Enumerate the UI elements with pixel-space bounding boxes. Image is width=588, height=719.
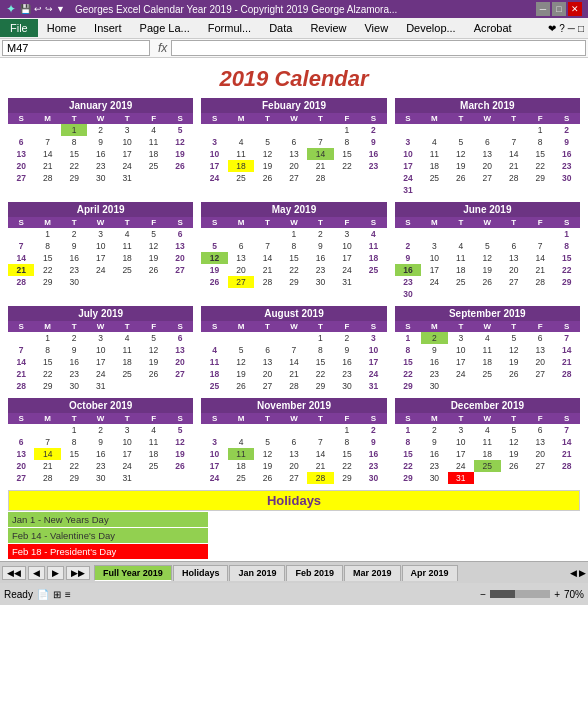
cell-reference[interactable] (2, 40, 150, 56)
calendar-day[interactable]: 31 (448, 472, 474, 484)
close-btn[interactable]: ✕ (568, 2, 582, 16)
calendar-day[interactable]: 1 (334, 424, 360, 436)
calendar-day[interactable]: 15 (334, 448, 360, 460)
calendar-day[interactable]: 20 (281, 160, 307, 172)
calendar-day[interactable]: 23 (360, 460, 387, 472)
calendar-day[interactable]: 28 (8, 276, 34, 288)
calendar-day[interactable]: 13 (281, 148, 307, 160)
calendar-day[interactable]: 5 (448, 136, 474, 148)
calendar-day[interactable]: 8 (527, 136, 553, 148)
calendar-day[interactable]: 18 (474, 448, 500, 460)
calendar-day[interactable]: 29 (395, 380, 421, 392)
calendar-day[interactable]: 14 (307, 448, 333, 460)
calendar-day[interactable]: 7 (34, 136, 60, 148)
sheet-nav-first[interactable]: ◀◀ (2, 566, 26, 580)
calendar-day[interactable]: 22 (334, 460, 360, 472)
sheet-tab-3[interactable]: Feb 2019 (286, 565, 343, 581)
page-layout-icon[interactable]: 📄 (37, 589, 49, 600)
calendar-day[interactable]: 5 (140, 332, 166, 344)
calendar-day[interactable]: 22 (527, 160, 553, 172)
calendar-day[interactable]: 26 (140, 368, 166, 380)
calendar-day[interactable]: 9 (87, 436, 113, 448)
calendar-day[interactable]: 29 (527, 172, 553, 184)
calendar-day[interactable]: 24 (201, 172, 227, 184)
calendar-day[interactable]: 1 (527, 124, 553, 136)
calendar-day[interactable]: 26 (254, 472, 280, 484)
calendar-day[interactable]: 10 (87, 344, 113, 356)
calendar-day[interactable]: 22 (61, 460, 87, 472)
calendar-day[interactable]: 30 (553, 172, 580, 184)
calendar-day[interactable]: 1 (307, 332, 333, 344)
calendar-day[interactable]: 4 (474, 332, 500, 344)
calendar-day[interactable]: 10 (448, 344, 474, 356)
calendar-day[interactable]: 30 (360, 472, 387, 484)
calendar-day[interactable]: 25 (228, 172, 254, 184)
calendar-day[interactable]: 10 (448, 436, 474, 448)
view-icon[interactable]: ⊞ (53, 589, 61, 600)
calendar-day[interactable]: 20 (8, 460, 34, 472)
calendar-day[interactable]: 15 (281, 252, 307, 264)
calendar-day[interactable]: 21 (281, 368, 307, 380)
calendar-day[interactable]: 27 (254, 380, 280, 392)
calendar-day[interactable]: 24 (87, 368, 113, 380)
calendar-day[interactable]: 4 (140, 124, 166, 136)
calendar-day[interactable]: 23 (307, 264, 333, 276)
calendar-day[interactable]: 23 (87, 160, 113, 172)
calendar-day[interactable]: 2 (87, 124, 113, 136)
calendar-day[interactable]: 8 (553, 240, 580, 252)
calendar-day[interactable]: 3 (201, 136, 227, 148)
sheet-tab-4[interactable]: Mar 2019 (344, 565, 401, 581)
calendar-day[interactable]: 30 (421, 472, 447, 484)
calendar-day[interactable]: 6 (501, 240, 527, 252)
calendar-day[interactable]: 15 (553, 252, 580, 264)
calendar-day[interactable]: 19 (140, 356, 166, 368)
calendar-day[interactable]: 17 (87, 356, 113, 368)
calendar-day[interactable]: 29 (395, 472, 421, 484)
calendar-day[interactable]: 18 (114, 252, 140, 264)
calendar-day[interactable]: 20 (167, 252, 194, 264)
calendar-day[interactable]: 12 (254, 148, 280, 160)
calendar-day[interactable]: 8 (334, 436, 360, 448)
calendar-day[interactable]: 13 (501, 252, 527, 264)
calendar-day[interactable]: 9 (421, 344, 447, 356)
calendar-day[interactable]: 26 (228, 380, 254, 392)
calendar-day[interactable]: 1 (34, 228, 60, 240)
calendar-day[interactable]: 13 (281, 448, 307, 460)
calendar-day[interactable]: 30 (421, 380, 447, 392)
calendar-day[interactable]: 18 (360, 252, 387, 264)
calendar-day[interactable]: 27 (8, 172, 34, 184)
calendar-day[interactable]: 14 (553, 436, 580, 448)
calendar-day[interactable]: 11 (421, 148, 447, 160)
calendar-day[interactable]: 19 (474, 264, 500, 276)
calendar-day[interactable]: 6 (167, 228, 194, 240)
calendar-day[interactable]: 30 (334, 380, 360, 392)
calendar-day[interactable]: 6 (474, 136, 500, 148)
calendar-day[interactable]: 18 (140, 448, 166, 460)
scroll-right[interactable]: ▶ (579, 568, 586, 578)
calendar-day[interactable]: 17 (334, 252, 360, 264)
calendar-day[interactable]: 21 (8, 264, 34, 276)
calendar-day[interactable]: 10 (201, 448, 227, 460)
calendar-day[interactable]: 20 (254, 368, 280, 380)
calendar-day[interactable]: 2 (553, 124, 580, 136)
calendar-day[interactable]: 8 (34, 344, 60, 356)
calendar-day[interactable]: 19 (167, 148, 194, 160)
calendar-day[interactable]: 12 (254, 448, 280, 460)
calendar-day[interactable]: 15 (61, 148, 87, 160)
calendar-day[interactable]: 24 (201, 472, 227, 484)
calendar-day[interactable]: 22 (281, 264, 307, 276)
calendar-day[interactable]: 17 (395, 160, 421, 172)
calendar-day[interactable]: 28 (8, 380, 34, 392)
calendar-day[interactable]: 23 (360, 160, 387, 172)
calendar-day[interactable]: 21 (527, 264, 553, 276)
calendar-day[interactable]: 17 (201, 160, 227, 172)
calendar-day[interactable]: 11 (474, 436, 500, 448)
calendar-day[interactable]: 6 (281, 436, 307, 448)
calendar-day[interactable]: 22 (395, 368, 421, 380)
calendar-day[interactable]: 28 (553, 460, 580, 472)
calendar-day[interactable]: 9 (360, 436, 387, 448)
calendar-day[interactable]: 9 (421, 436, 447, 448)
calendar-day[interactable]: 19 (228, 368, 254, 380)
calendar-day[interactable]: 11 (114, 344, 140, 356)
calendar-day[interactable]: 15 (395, 448, 421, 460)
